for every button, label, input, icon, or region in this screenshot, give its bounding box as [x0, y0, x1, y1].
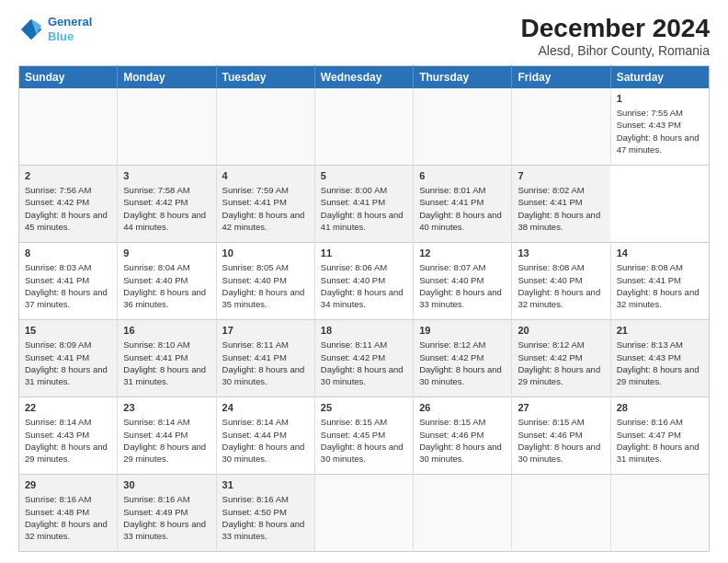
daylight-text: Daylight: 8 hours and 34 minutes.	[321, 286, 407, 311]
sunrise-text: Sunrise: 8:12 AM	[419, 339, 506, 350]
sunset-text: Sunset: 4:48 PM	[25, 506, 111, 518]
calendar-cell: 29Sunrise: 8:16 AMSunset: 4:48 PMDayligh…	[19, 474, 118, 551]
daylight-text: Daylight: 8 hours and 29 minutes.	[123, 441, 210, 465]
day-number: 9	[123, 247, 210, 260]
day-number: 6	[419, 169, 506, 183]
sunrise-text: Sunrise: 8:14 AM	[123, 416, 210, 428]
sunset-text: Sunset: 4:41 PM	[222, 196, 309, 208]
sunset-text: Sunset: 4:42 PM	[321, 351, 407, 363]
calendar-cell: 10Sunrise: 8:05 AMSunset: 4:40 PMDayligh…	[216, 242, 314, 319]
calendar-cell: 17Sunrise: 8:11 AMSunset: 4:41 PMDayligh…	[216, 319, 314, 396]
sunrise-text: Sunrise: 8:11 AM	[222, 339, 309, 350]
sunset-text: Sunset: 4:41 PM	[617, 274, 703, 286]
calendar-cell: 23Sunrise: 8:14 AMSunset: 4:44 PMDayligh…	[118, 396, 216, 474]
daylight-text: Daylight: 8 hours and 29 minutes.	[617, 363, 703, 388]
sunrise-text: Sunrise: 8:08 AM	[518, 261, 604, 273]
sunrise-text: Sunrise: 7:59 AM	[222, 184, 309, 196]
col-monday: Monday	[118, 65, 216, 88]
sunset-text: Sunset: 4:43 PM	[617, 351, 703, 363]
calendar-table: Sunday Monday Tuesday Wednesday Thursday…	[18, 65, 710, 552]
daylight-text: Daylight: 8 hours and 40 minutes.	[419, 209, 506, 234]
sunset-text: Sunset: 4:43 PM	[25, 429, 111, 441]
daylight-text: Daylight: 8 hours and 29 minutes.	[518, 363, 604, 388]
sunrise-text: Sunrise: 8:00 AM	[321, 184, 407, 196]
day-number: 20	[518, 324, 604, 338]
sunrise-text: Sunrise: 8:14 AM	[25, 416, 111, 428]
logo-line2: Blue	[48, 29, 74, 43]
calendar-cell: 13Sunrise: 8:08 AMSunset: 4:40 PMDayligh…	[512, 242, 610, 319]
daylight-text: Daylight: 8 hours and 30 minutes.	[518, 441, 604, 465]
header-row: Sunday Monday Tuesday Wednesday Thursday…	[19, 65, 710, 88]
calendar-cell	[216, 88, 314, 166]
day-number: 29	[25, 478, 111, 492]
daylight-text: Daylight: 8 hours and 36 minutes.	[123, 286, 210, 311]
sunset-text: Sunset: 4:41 PM	[518, 196, 605, 208]
sunset-text: Sunset: 4:45 PM	[321, 429, 407, 441]
daylight-text: Daylight: 8 hours and 30 minutes.	[321, 441, 407, 465]
sunset-text: Sunset: 4:41 PM	[25, 274, 111, 286]
calendar-cell: 15Sunrise: 8:09 AMSunset: 4:41 PMDayligh…	[19, 319, 118, 396]
logo-line1: General	[48, 15, 92, 29]
daylight-text: Daylight: 8 hours and 37 minutes.	[25, 286, 111, 311]
sunset-text: Sunset: 4:44 PM	[222, 429, 309, 441]
sunrise-text: Sunrise: 7:58 AM	[123, 184, 210, 196]
logo-text: General Blue	[48, 15, 92, 43]
calendar-cell	[512, 474, 610, 551]
daylight-text: Daylight: 8 hours and 42 minutes.	[222, 209, 309, 234]
daylight-text: Daylight: 8 hours and 38 minutes.	[518, 209, 605, 234]
col-thursday: Thursday	[414, 65, 512, 88]
day-number: 22	[25, 401, 111, 415]
sunrise-text: Sunrise: 7:56 AM	[25, 184, 111, 196]
daylight-text: Daylight: 8 hours and 47 minutes.	[617, 132, 703, 156]
sunrise-text: Sunrise: 8:16 AM	[617, 416, 703, 428]
sunset-text: Sunset: 4:40 PM	[518, 274, 604, 286]
subtitle: Alesd, Bihor County, Romania	[521, 43, 710, 58]
day-number: 19	[419, 324, 506, 338]
sunset-text: Sunset: 4:44 PM	[123, 429, 210, 441]
calendar-cell: 7Sunrise: 8:02 AMSunset: 4:41 PMDaylight…	[512, 165, 610, 242]
sunset-text: Sunset: 4:47 PM	[617, 429, 703, 441]
sunset-text: Sunset: 4:40 PM	[123, 274, 210, 286]
sunset-text: Sunset: 4:40 PM	[321, 274, 407, 286]
day-number: 2	[25, 169, 111, 183]
calendar-cell	[512, 88, 610, 166]
sunset-text: Sunset: 4:42 PM	[419, 351, 506, 363]
sunrise-text: Sunrise: 8:16 AM	[25, 493, 111, 505]
page: General Blue December 2024 Alesd, Bihor …	[0, 0, 728, 563]
calendar-week-3: 15Sunrise: 8:09 AMSunset: 4:41 PMDayligh…	[19, 319, 710, 396]
daylight-text: Daylight: 8 hours and 31 minutes.	[123, 363, 210, 388]
calendar-cell	[314, 88, 413, 166]
calendar-week-4: 22Sunrise: 8:14 AMSunset: 4:43 PMDayligh…	[19, 396, 710, 474]
daylight-text: Daylight: 8 hours and 30 minutes.	[419, 363, 506, 388]
calendar-cell: 12Sunrise: 8:07 AMSunset: 4:40 PMDayligh…	[414, 242, 512, 319]
sunrise-text: Sunrise: 8:15 AM	[518, 416, 604, 428]
calendar-body: 1Sunrise: 7:55 AMSunset: 4:43 PMDaylight…	[19, 88, 710, 552]
sunset-text: Sunset: 4:42 PM	[25, 196, 111, 208]
calendar-cell: 21Sunrise: 8:13 AMSunset: 4:43 PMDayligh…	[610, 319, 709, 396]
sunset-text: Sunset: 4:41 PM	[321, 196, 407, 208]
logo-icon	[18, 17, 44, 42]
sunrise-text: Sunrise: 8:10 AM	[123, 339, 210, 350]
sunrise-text: Sunrise: 8:13 AM	[617, 339, 703, 350]
day-number: 31	[222, 478, 309, 492]
sunrise-text: Sunrise: 8:14 AM	[222, 416, 309, 428]
sunrise-text: Sunrise: 8:04 AM	[123, 261, 210, 273]
day-number: 7	[518, 169, 605, 183]
calendar-cell: 31Sunrise: 8:16 AMSunset: 4:50 PMDayligh…	[216, 474, 314, 551]
daylight-text: Daylight: 8 hours and 30 minutes.	[321, 363, 407, 388]
calendar-cell: 3Sunrise: 7:58 AMSunset: 4:42 PMDaylight…	[118, 165, 216, 242]
calendar-cell: 2Sunrise: 7:56 AMSunset: 4:42 PMDaylight…	[19, 165, 118, 242]
calendar-week-0: 1Sunrise: 7:55 AMSunset: 4:43 PMDaylight…	[19, 88, 710, 166]
calendar-cell: 8Sunrise: 8:03 AMSunset: 4:41 PMDaylight…	[19, 242, 118, 319]
day-number: 8	[25, 247, 111, 260]
calendar-week-5: 29Sunrise: 8:16 AMSunset: 4:48 PMDayligh…	[19, 474, 710, 551]
sunrise-text: Sunrise: 8:16 AM	[222, 493, 309, 505]
day-number: 11	[321, 247, 407, 260]
sunrise-text: Sunrise: 8:03 AM	[25, 261, 111, 273]
daylight-text: Daylight: 8 hours and 33 minutes.	[419, 286, 506, 311]
daylight-text: Daylight: 8 hours and 41 minutes.	[321, 209, 407, 234]
col-saturday: Saturday	[610, 65, 709, 88]
day-number: 30	[123, 478, 210, 492]
calendar-cell: 18Sunrise: 8:11 AMSunset: 4:42 PMDayligh…	[314, 319, 413, 396]
daylight-text: Daylight: 8 hours and 31 minutes.	[617, 441, 703, 465]
